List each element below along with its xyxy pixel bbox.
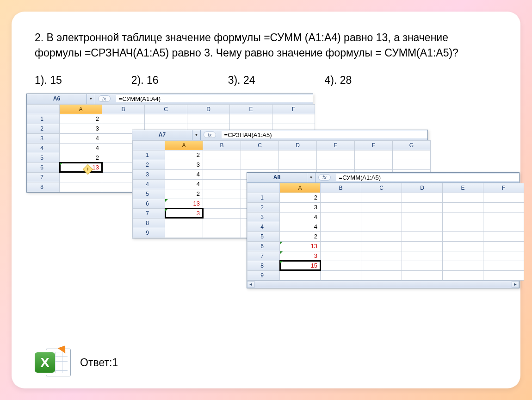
cell[interactable] — [443, 222, 483, 231]
cell[interactable] — [321, 222, 361, 231]
cell[interactable] — [203, 169, 241, 179]
row-header[interactable]: 4 — [133, 179, 165, 189]
spreadsheet-grid[interactable]: ABCDEF1223344452613738159 — [247, 183, 519, 281]
cell[interactable]: 2 — [60, 153, 102, 162]
cell[interactable] — [321, 251, 361, 261]
row-header[interactable]: 4 — [247, 222, 280, 231]
formula-input[interactable]: =СРЗНАЧ(A1:A5) — [222, 131, 427, 138]
cell[interactable] — [321, 202, 361, 212]
cell[interactable] — [187, 114, 230, 124]
column-header[interactable]: D — [187, 104, 230, 114]
cell[interactable]: 4 — [60, 133, 102, 143]
cell[interactable] — [443, 231, 483, 241]
column-header[interactable]: B — [203, 140, 241, 150]
scroll-left-icon[interactable]: ◄ — [247, 281, 254, 288]
cell[interactable]: 2 — [165, 189, 203, 199]
cell[interactable] — [483, 222, 524, 231]
cell[interactable]: 4 — [165, 169, 203, 179]
row-header[interactable]: 9 — [133, 228, 165, 238]
row-header[interactable]: 4 — [27, 143, 60, 153]
cell[interactable]: 13 — [165, 199, 203, 208]
row-header[interactable]: 9 — [247, 270, 280, 280]
cell[interactable]: 4 — [165, 179, 203, 189]
formula-input[interactable]: =СУММ(A1:A4) — [116, 95, 313, 102]
cell[interactable] — [393, 160, 431, 169]
row-header[interactable]: 6 — [247, 241, 280, 251]
cell[interactable] — [321, 261, 361, 270]
cell[interactable] — [203, 208, 241, 218]
row-header[interactable]: 7 — [27, 172, 60, 182]
column-header[interactable]: C — [361, 183, 402, 193]
cell[interactable] — [361, 241, 402, 251]
column-header[interactable]: E — [230, 104, 272, 114]
column-header[interactable]: A — [60, 104, 102, 114]
row-header[interactable]: 3 — [247, 212, 280, 222]
cell[interactable] — [272, 114, 315, 124]
row-header[interactable]: 3 — [27, 133, 60, 143]
row-header[interactable]: 5 — [133, 189, 165, 199]
cell[interactable] — [165, 218, 203, 228]
row-header[interactable]: 1 — [27, 114, 60, 124]
cell[interactable] — [483, 251, 524, 261]
cell[interactable] — [361, 270, 402, 280]
cell[interactable] — [241, 160, 279, 169]
cell[interactable] — [280, 270, 321, 280]
row-header[interactable]: 5 — [27, 153, 60, 162]
cell[interactable] — [483, 202, 524, 212]
cell[interactable] — [443, 202, 483, 212]
column-header[interactable]: G — [393, 140, 431, 150]
cell[interactable] — [443, 261, 483, 270]
cell[interactable] — [60, 182, 102, 192]
cell[interactable] — [203, 218, 241, 228]
column-header[interactable]: C — [241, 140, 279, 150]
cell[interactable] — [321, 241, 361, 251]
cell[interactable] — [321, 270, 361, 280]
cell[interactable] — [317, 150, 355, 160]
cell[interactable] — [361, 251, 402, 261]
cell[interactable] — [402, 231, 443, 241]
row-header[interactable]: 2 — [133, 160, 165, 169]
column-header[interactable]: D — [402, 183, 443, 193]
cell[interactable] — [483, 193, 524, 202]
cell[interactable]: 13 — [60, 162, 102, 172]
name-box[interactable]: A8 — [247, 173, 307, 182]
column-header[interactable]: F — [272, 104, 315, 114]
cell[interactable] — [402, 212, 443, 222]
cell[interactable] — [203, 150, 241, 160]
cell[interactable] — [145, 114, 187, 124]
cell[interactable] — [443, 251, 483, 261]
cell[interactable] — [402, 270, 443, 280]
cell[interactable] — [361, 261, 402, 270]
name-box[interactable]: A7 — [132, 130, 192, 140]
cell[interactable] — [102, 114, 145, 124]
cell[interactable]: 15 — [280, 261, 321, 270]
cell[interactable] — [203, 160, 241, 169]
column-header[interactable]: D — [279, 140, 317, 150]
row-header[interactable]: 7 — [133, 208, 165, 218]
column-header[interactable]: A — [280, 183, 321, 193]
column-header[interactable]: B — [321, 183, 361, 193]
cell[interactable]: 3 — [60, 124, 102, 133]
cell[interactable] — [361, 231, 402, 241]
cell[interactable] — [402, 251, 443, 261]
row-header[interactable]: 7 — [247, 251, 280, 261]
name-box[interactable]: A6 — [27, 94, 87, 104]
formula-input[interactable]: =СУММ(A1:A5) — [336, 174, 519, 181]
row-header[interactable]: 8 — [27, 182, 60, 192]
cell[interactable]: 4 — [280, 212, 321, 222]
cell[interactable] — [241, 150, 279, 160]
cell[interactable] — [361, 202, 402, 212]
cell[interactable] — [443, 241, 483, 251]
row-header[interactable]: 5 — [247, 231, 280, 241]
cell[interactable] — [402, 241, 443, 251]
cell[interactable] — [361, 222, 402, 231]
cell[interactable] — [393, 150, 431, 160]
horizontal-scrollbar[interactable]: ◄ ► — [247, 281, 519, 288]
cell[interactable]: 13 — [280, 241, 321, 251]
cell[interactable]: 2 — [280, 193, 321, 202]
row-header[interactable]: 2 — [27, 124, 60, 133]
cell[interactable]: 3 — [280, 202, 321, 212]
column-header[interactable]: F — [355, 140, 393, 150]
name-box-dropdown-icon[interactable]: ▼ — [307, 173, 315, 182]
cell[interactable]: 4 — [280, 222, 321, 231]
